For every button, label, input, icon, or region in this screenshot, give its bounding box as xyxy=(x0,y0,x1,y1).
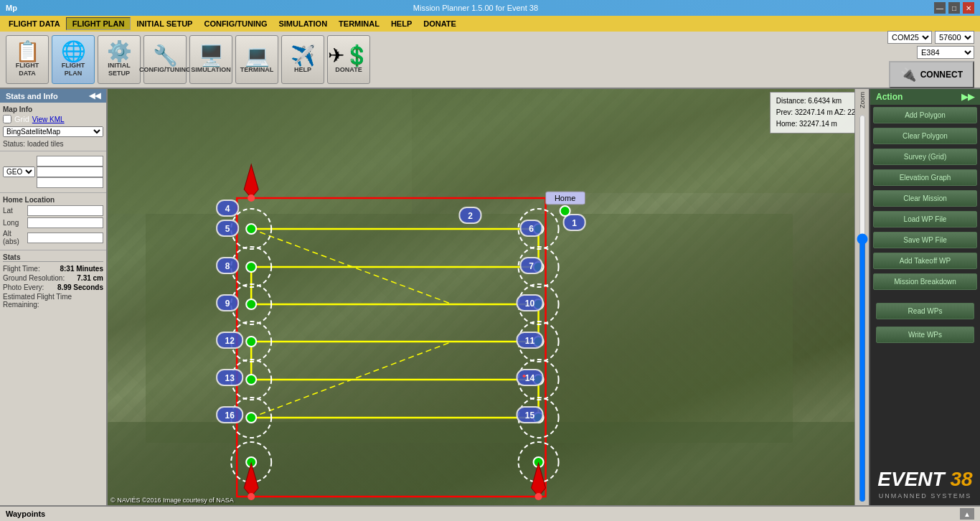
photo-every-label: Photo Every: xyxy=(3,283,44,291)
map-info-overlay: Distance: 6.6434 km Prev: 32247.14 m AZ:… xyxy=(770,92,866,133)
add-takeoff-wp-button[interactable]: Add Takeoff WP xyxy=(873,253,977,269)
field-patch-3 xyxy=(146,214,793,443)
toolbar-simulation[interactable]: 🖥️ SIMULATION xyxy=(189,35,232,84)
coord-section: GEO 40.837840 -81.800723 0.00m xyxy=(0,151,106,193)
read-wps-button[interactable]: Read WPs xyxy=(876,303,974,319)
toolbar-config-label: CONFIG/TUNING xyxy=(139,66,191,74)
ground-res-label: Ground Resolution: xyxy=(3,274,65,282)
menu-terminal[interactable]: TERMINAL xyxy=(333,18,385,29)
alt-value: 291 xyxy=(27,233,103,243)
save-wp-file-button[interactable]: Save WP File xyxy=(873,232,977,248)
toolbar-donate[interactable]: ✈💲 DONATE xyxy=(327,35,370,84)
menu-donate[interactable]: DONATE xyxy=(418,18,462,29)
elevation-graph-button[interactable]: Elevation Graph xyxy=(873,169,977,186)
load-wp-file-button[interactable]: Load WP File xyxy=(873,211,977,227)
photo-every-row: Photo Every: 8.99 Seconds xyxy=(3,283,103,291)
menu-bar: FLIGHT DATA FLIGHT PLAN INITIAL SETUP CO… xyxy=(0,16,980,32)
waypoints-toggle[interactable]: ▲ xyxy=(960,508,974,520)
toolbar-config-tuning[interactable]: 🔧 CONFIG/TUNING xyxy=(143,35,187,84)
map-type-select[interactable]: BingSatelliteMap xyxy=(3,126,103,137)
map-area[interactable]: 1 2 4 5 6 7 8 9 10 xyxy=(108,89,869,505)
menu-flight-plan[interactable]: FLIGHT PLAN xyxy=(66,17,131,30)
bottom-bar: Waypoints ▲ xyxy=(0,505,980,521)
menu-initial-setup[interactable]: INITIAL SETUP xyxy=(131,18,198,29)
action-expand-icon[interactable]: ▶▶ xyxy=(961,92,974,102)
read-write-section: Read WPs Write WPs xyxy=(870,298,980,348)
field-patch-1 xyxy=(108,89,412,214)
coord-format-select[interactable]: GEO xyxy=(3,166,35,177)
home-location-title: Home Location xyxy=(3,196,103,204)
simulation-icon: 🖥️ xyxy=(199,46,224,66)
status-text: Status: loaded tiles xyxy=(3,140,103,148)
event38-text: EVENT 38 xyxy=(876,468,974,491)
ground-res-value: 7.31 cm xyxy=(77,274,103,282)
action-title: Action xyxy=(876,92,903,102)
com-port-select[interactable]: COM25 xyxy=(887,31,932,44)
close-button[interactable]: ✕ xyxy=(963,2,974,14)
coord-alt: 0.00m xyxy=(37,177,103,188)
menu-flight-data[interactable]: FLIGHT DATA xyxy=(3,18,66,29)
window-title: Mission Planner 1.5.00 for Event 38 xyxy=(413,4,538,12)
menu-config-tuning[interactable]: CONFIG/TUNING xyxy=(198,18,273,29)
alt-label: Alt (abs) xyxy=(3,230,24,245)
zoom-slider[interactable] xyxy=(857,114,868,502)
distance-text: Distance: 6.6434 km xyxy=(776,95,859,107)
toolbar-donate-label: DONATE xyxy=(335,66,362,74)
main-content: Stats and Info ◀◀ Map Info Grid View KML… xyxy=(0,89,980,505)
plug-icon: 🔌 xyxy=(900,67,916,83)
map-info-section: Map Info Grid View KML BingSatelliteMap … xyxy=(0,103,106,151)
photo-every-value: 8.99 Seconds xyxy=(57,283,103,291)
toolbar-flight-plan[interactable]: 🌐 FLIGHT PLAN xyxy=(52,35,95,84)
stats-title: Stats and Info xyxy=(6,92,58,100)
maximize-button[interactable]: □ xyxy=(948,2,960,14)
add-polygon-button[interactable]: Add Polygon xyxy=(873,107,977,123)
toolbar-initial-setup[interactable]: ⚙️ INITIAL SETUP xyxy=(98,35,141,84)
config-icon: 🔧 xyxy=(153,46,178,66)
radio-model-select[interactable]: E384 xyxy=(917,46,974,59)
home-location-section: Home Location Lat 40.8356321624 Long -81… xyxy=(0,193,106,250)
toolbar-terminal[interactable]: 💻 TERMINAL xyxy=(235,35,278,84)
lon-value: -81.8088340759 xyxy=(27,217,103,228)
alt-field: Alt (abs) 291 xyxy=(3,230,103,245)
zoom-label: Zoom xyxy=(859,92,866,108)
event-word: EVENT xyxy=(877,468,944,490)
clear-mission-button[interactable]: Clear Mission xyxy=(873,190,977,207)
clear-polygon-button[interactable]: Clear Polygon xyxy=(873,128,977,144)
grid-checkbox[interactable] xyxy=(3,115,11,123)
waypoints-label: Waypoints xyxy=(6,510,45,518)
title-bar: Mp Mission Planner 1.5.00 for Event 38 —… xyxy=(0,0,980,16)
coord-lon: -81.800723 xyxy=(37,166,103,177)
right-panel: Action ▶▶ Add Polygon Clear Polygon Surv… xyxy=(869,89,980,505)
lon-label: Long xyxy=(3,219,24,227)
view-kml-link[interactable]: View KML xyxy=(32,116,65,123)
connect-button[interactable]: 🔌 CONNECT xyxy=(889,61,974,88)
grid-label: Grid xyxy=(14,115,29,123)
flight-time-label: Flight Time: xyxy=(3,265,40,273)
toolbar-flight-data[interactable]: 📋 FLIGHT DATA xyxy=(6,35,49,84)
collapse-icon[interactable]: ◀◀ xyxy=(89,91,100,100)
minimize-button[interactable]: — xyxy=(934,2,946,14)
toolbar-help-label: HELP xyxy=(294,66,311,74)
field-patch-4 xyxy=(108,422,869,505)
lat-value: 40.8356321624 xyxy=(27,205,103,216)
lat-field: Lat 40.8356321624 xyxy=(3,205,103,216)
app-icon: Mp xyxy=(6,4,17,12)
toolbar-flight-plan-label: FLIGHT PLAN xyxy=(52,62,94,78)
toolbar-help[interactable]: ✈️ HELP xyxy=(281,35,324,84)
menu-help[interactable]: HELP xyxy=(385,18,418,29)
lon-field: Long -81.8088340759 xyxy=(3,217,103,228)
est-flight-label: Estimated Flight Time Remaining: xyxy=(3,293,103,309)
menu-simulation[interactable]: SIMULATION xyxy=(273,18,333,29)
flight-data-icon: 📋 xyxy=(15,42,40,62)
write-wps-button[interactable]: Write WPs xyxy=(876,327,974,343)
event-number: 38 xyxy=(950,468,972,490)
mission-breakdown-button[interactable]: Mission Breakdown xyxy=(873,273,977,290)
toolbar: 📋 FLIGHT DATA 🌐 FLIGHT PLAN ⚙️ INITIAL S… xyxy=(0,32,980,89)
coord-lat: 40.837840 xyxy=(37,156,103,166)
toolbar-terminal-label: TERMINAL xyxy=(240,66,274,74)
flight-plan-icon: 🌐 xyxy=(61,42,86,62)
stats-section-title: Stats xyxy=(3,253,103,262)
flight-time-row: Flight Time: 8:31 Minutes xyxy=(3,265,103,273)
survey-grid-button[interactable]: Survey (Grid) xyxy=(873,149,977,165)
baud-rate-select[interactable]: 57600 xyxy=(935,31,974,44)
